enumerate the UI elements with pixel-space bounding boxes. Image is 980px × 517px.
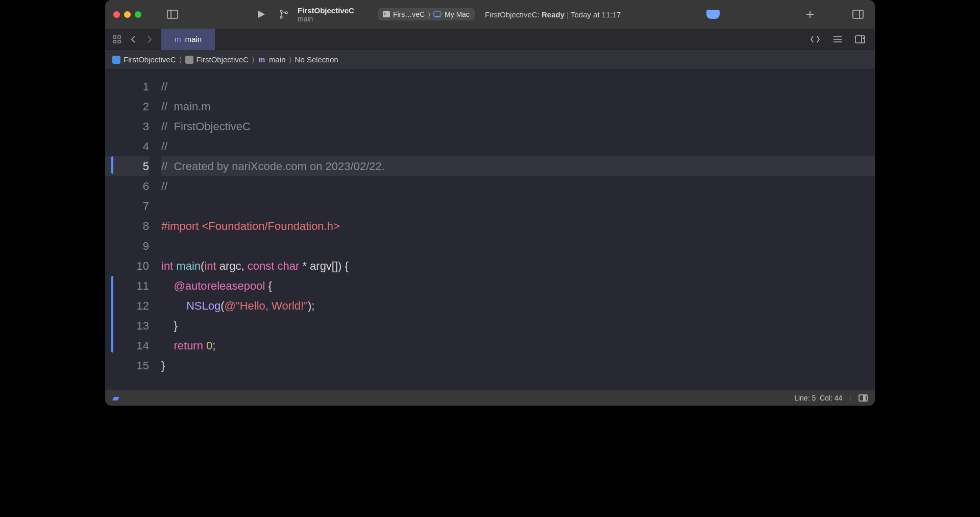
code-token: // main.m xyxy=(161,100,211,113)
related-items-button[interactable] xyxy=(109,32,125,47)
destination: My Mac xyxy=(445,10,470,18)
code-token xyxy=(161,299,186,312)
col-label: Col: xyxy=(820,394,832,402)
svg-rect-6 xyxy=(434,12,441,16)
svg-rect-13 xyxy=(118,36,120,38)
svg-rect-5 xyxy=(383,11,390,17)
code-token: 0 xyxy=(203,339,212,352)
adjust-editor-icon[interactable] xyxy=(830,32,845,47)
code-token xyxy=(161,196,875,216)
code-token: int xyxy=(204,260,216,272)
project-icon xyxy=(112,56,120,64)
code-token: NSLog xyxy=(186,299,220,312)
code-token: argc, xyxy=(216,260,248,272)
crumb-label: FirstObjectiveC xyxy=(124,55,176,64)
status-time: Today at 11:17 xyxy=(571,10,621,19)
activity-status: FirstObjectiveC: Ready | Today at 11:17 xyxy=(480,10,701,19)
tab-bar: m main xyxy=(105,29,875,50)
scheme-selector[interactable]: Firs…veC ⟩ My Mac xyxy=(378,8,475,20)
line-value: 5 xyxy=(812,394,816,402)
terminal-icon xyxy=(383,11,390,17)
svg-rect-14 xyxy=(113,40,116,43)
status-state: Ready xyxy=(542,10,565,19)
crumb-project[interactable]: FirstObjectiveC xyxy=(112,55,176,64)
svg-rect-12 xyxy=(113,36,116,38)
project-name: FirstObjectiveC xyxy=(298,7,354,14)
crumb-label: No Selection xyxy=(295,55,338,64)
breadcrumb-bar: FirstObjectiveC ⟩ FirstObjectiveC ⟩ m ma… xyxy=(105,50,875,69)
nav-back-button[interactable] xyxy=(126,32,141,47)
breakpoint-indicator-icon[interactable]: ▰ xyxy=(112,392,119,404)
toggle-navigator-button[interactable] xyxy=(164,7,181,21)
svg-point-2 xyxy=(280,10,282,12)
code-token: // Created by nariXcode.com on 2023/02/2… xyxy=(161,160,385,173)
close-window-button[interactable] xyxy=(113,11,120,18)
code-token: // FirstObjectiveC xyxy=(161,120,251,133)
run-button[interactable] xyxy=(253,7,270,21)
code-token xyxy=(161,236,875,256)
line-number: 3 xyxy=(105,116,149,136)
code-token: return xyxy=(174,339,203,352)
tab-bar-right xyxy=(807,32,875,47)
status-prefix: FirstObjectiveC: xyxy=(485,10,540,19)
code-token xyxy=(161,339,174,352)
tab-title: main xyxy=(185,35,202,43)
svg-rect-15 xyxy=(118,40,120,43)
minimap-toggle-icon[interactable] xyxy=(859,394,868,402)
status-bar: ▰ Line: 5 Col: 44 | xyxy=(105,390,875,406)
line-number: 10 xyxy=(105,256,149,276)
library-add-button[interactable] xyxy=(801,7,819,21)
code-editor[interactable]: 1 2 3 4 5 6 7 8 9 10 11 12 13 14 15 // /… xyxy=(105,69,875,390)
file-m-icon: m xyxy=(258,56,266,64)
chevron-right-icon: ⟩ xyxy=(428,10,430,18)
code-token: @autoreleasepool xyxy=(161,279,265,292)
svg-rect-7 xyxy=(435,16,439,17)
line-number: 9 xyxy=(105,236,149,256)
code-token: const xyxy=(248,260,275,272)
minimize-window-button[interactable] xyxy=(124,11,131,18)
line-number: 15 xyxy=(105,356,149,375)
chevron-right-icon: ⟩ xyxy=(252,55,255,64)
zoom-window-button[interactable] xyxy=(135,11,141,18)
code-token: ; xyxy=(212,339,215,352)
tab-nav xyxy=(105,32,161,47)
window-controls xyxy=(113,11,141,18)
toggle-inspector-button[interactable] xyxy=(849,7,867,21)
line-number: 8 xyxy=(105,216,149,236)
crumb-selection[interactable]: No Selection xyxy=(295,55,338,64)
code-token: * argv[]) { xyxy=(299,260,349,272)
code-area[interactable]: // // main.m // FirstObjectiveC // // Cr… xyxy=(156,69,875,390)
code-token: } xyxy=(161,319,178,332)
titlebar: FirstObjectiveC main Firs…veC ⟩ My Mac F… xyxy=(105,0,875,29)
col-value: 44 xyxy=(835,394,843,402)
cloud-status-icon[interactable] xyxy=(706,10,720,19)
branch-icon[interactable] xyxy=(275,7,292,21)
svg-rect-19 xyxy=(855,36,865,43)
xcode-window: FirstObjectiveC main Firs…veC ⟩ My Mac F… xyxy=(105,0,875,406)
chevron-right-icon: ⟩ xyxy=(289,55,292,64)
folder-icon xyxy=(185,56,193,64)
line-number: 6 xyxy=(105,176,149,196)
tab-main[interactable]: m main xyxy=(161,29,215,50)
mac-icon xyxy=(433,11,442,17)
svg-point-4 xyxy=(285,12,287,14)
code-token: { xyxy=(265,279,272,292)
crumb-label: main xyxy=(269,55,286,64)
line-label: Line: xyxy=(794,394,810,402)
crumb-folder[interactable]: FirstObjectiveC xyxy=(185,55,249,64)
line-number: 4 xyxy=(105,136,149,156)
line-number: 7 xyxy=(105,196,149,216)
scheme-name: Firs…veC xyxy=(393,10,425,18)
code-token: // xyxy=(161,180,167,193)
svg-rect-0 xyxy=(167,10,178,18)
nav-forward-button[interactable] xyxy=(142,32,157,47)
code-review-icon[interactable] xyxy=(807,32,823,47)
file-type-badge: m xyxy=(175,35,181,43)
crumb-file[interactable]: m main xyxy=(258,55,286,64)
code-token: main xyxy=(173,260,201,272)
code-token: // xyxy=(161,140,167,153)
add-editor-icon[interactable] xyxy=(852,32,868,47)
code-token: // xyxy=(161,80,167,93)
code-token: @"Hello, World!" xyxy=(225,299,308,312)
line-number: 2 xyxy=(105,97,149,116)
